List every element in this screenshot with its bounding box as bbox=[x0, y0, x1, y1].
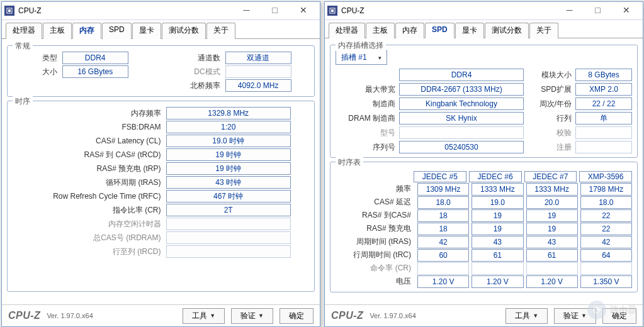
timing-cell: 1798 MHz bbox=[580, 183, 632, 196]
watermark-icon: ⟳ bbox=[587, 301, 606, 319]
timing-label: 内存频率 bbox=[13, 108, 166, 119]
timing-cell: 1333 MHz bbox=[472, 183, 523, 196]
tab-5[interactable]: 测试分数 bbox=[162, 23, 206, 39]
footer: CPU-Z Ver. 1.97.0.x64 工具▼ 验证▼ 确定 bbox=[2, 304, 320, 326]
timing-cell: 19 bbox=[472, 223, 523, 235]
timing-cell: 22 bbox=[580, 223, 632, 235]
info-value bbox=[575, 126, 632, 139]
value-dc-mode bbox=[225, 65, 291, 78]
timing-cell: 64 bbox=[580, 249, 632, 262]
info-value: 22 / 22 bbox=[575, 97, 632, 110]
timing-col-header: XMP-3596 bbox=[579, 171, 632, 182]
timing-cell: 1309 MHz bbox=[417, 183, 469, 196]
timing-cell: 60 bbox=[417, 249, 469, 262]
timing-col-header: JEDEC #6 bbox=[469, 171, 522, 182]
tools-button[interactable]: 工具▼ bbox=[506, 308, 548, 324]
chevron-down-icon: ▼ bbox=[581, 313, 587, 319]
tab-0[interactable]: 处理器 bbox=[6, 23, 42, 39]
timing-value: 19 时钟 bbox=[166, 162, 291, 175]
info-label: SPD扩展 bbox=[528, 84, 572, 95]
timing-cell: 1333 MHz bbox=[526, 183, 578, 196]
tab-2[interactable]: 内存 bbox=[72, 23, 101, 39]
info-label: 周次/年份 bbox=[528, 99, 572, 109]
timing-cell: 1.20 V bbox=[417, 275, 469, 288]
tab-0[interactable]: 处理器 bbox=[329, 23, 365, 38]
tab-strip: 处理器主板内存SPD显卡测试分数关于 bbox=[325, 20, 643, 38]
timing-label-disabled: 总CAS号 (tRDRAM) bbox=[13, 233, 166, 243]
group-timings: 时序 内存频率1329.8 MHzFSB:DRAM1:20CAS# Latenc… bbox=[7, 101, 315, 292]
timing-value: 467 时钟 bbox=[166, 190, 291, 202]
info-label: 行列 bbox=[528, 113, 572, 124]
timing-label-disabled: 行至列 (tRCD) bbox=[13, 247, 166, 257]
app-icon bbox=[327, 6, 337, 16]
app-icon bbox=[4, 6, 14, 16]
tab-4[interactable]: 显卡 bbox=[455, 23, 484, 38]
info-value: XMP 2.0 bbox=[575, 83, 632, 96]
minimize-button[interactable]: ─ bbox=[232, 1, 261, 19]
maximize-button[interactable]: □ bbox=[584, 1, 612, 19]
timing-cell: 1.350 V bbox=[580, 275, 632, 288]
timing-cell: 18 bbox=[417, 209, 469, 222]
timing-label: RAS# 到 CAS# (tRCD) bbox=[13, 150, 166, 160]
tab-strip: 处理器主板内存SPD显卡测试分数关于 bbox=[2, 20, 320, 39]
timing-label: FSB:DRAM bbox=[13, 123, 166, 131]
chevron-down-icon: ▼ bbox=[258, 313, 264, 319]
titlebar[interactable]: CPU-Z ─ □ ✕ bbox=[325, 2, 643, 20]
timing-value-empty bbox=[166, 218, 291, 230]
timing-cell: 18.0 bbox=[580, 196, 632, 209]
close-button[interactable]: ✕ bbox=[612, 1, 640, 19]
tab-5[interactable]: 测试分数 bbox=[485, 23, 529, 38]
label-nb-freq: 北桥频率 bbox=[161, 80, 225, 91]
slot-selector[interactable]: 插槽 #1▾ bbox=[336, 50, 387, 65]
tab-1[interactable]: 主板 bbox=[366, 23, 395, 38]
validate-button[interactable]: 验证▼ bbox=[231, 308, 273, 324]
timing-cell: 19.0 bbox=[472, 196, 523, 209]
timing-cell: 1.20 V bbox=[526, 275, 578, 288]
ok-button[interactable]: 确定 bbox=[280, 308, 314, 324]
info-value: 单 bbox=[575, 112, 632, 125]
timing-value: 2T bbox=[166, 204, 291, 216]
timing-cell bbox=[417, 262, 469, 275]
close-button[interactable]: ✕ bbox=[289, 1, 317, 19]
timing-cell: 18 bbox=[417, 223, 469, 235]
info-value bbox=[575, 141, 632, 153]
info-value: Kingbank Technology bbox=[399, 97, 524, 110]
tab-6[interactable]: 关于 bbox=[529, 23, 558, 38]
window-title: CPU-Z bbox=[18, 6, 232, 15]
maximize-button[interactable]: □ bbox=[261, 1, 289, 19]
timing-row-label: RAS# 到CAS# bbox=[336, 210, 415, 221]
info-value: SK Hynix bbox=[399, 112, 524, 125]
timing-row-label: 电压 bbox=[336, 276, 415, 287]
timing-cell: 61 bbox=[526, 249, 578, 262]
info-label: 序列号 bbox=[336, 142, 395, 153]
timing-cell: 19 bbox=[526, 209, 578, 222]
tab-4[interactable]: 显卡 bbox=[132, 23, 161, 39]
tools-button[interactable]: 工具▼ bbox=[183, 308, 225, 324]
timing-value: 19 时钟 bbox=[166, 148, 291, 161]
tab-3[interactable]: SPD bbox=[102, 23, 132, 39]
info-value: DDR4-2667 (1333 MHz) bbox=[399, 83, 524, 96]
timing-cell: 1.20 V bbox=[472, 275, 523, 288]
value-nb-freq: 4092.0 MHz bbox=[225, 79, 291, 92]
version-text: Ver. 1.97.0.x64 bbox=[370, 312, 499, 319]
timing-row-label: CAS# 延迟 bbox=[336, 197, 415, 208]
window-title: CPU-Z bbox=[341, 6, 555, 15]
timing-row-label: 周期时间 (tRAS) bbox=[336, 236, 415, 247]
tab-2[interactable]: 内存 bbox=[395, 23, 424, 38]
info-label: 最大带宽 bbox=[336, 84, 395, 95]
info-value: 8 GBytes bbox=[575, 69, 632, 81]
version-text: Ver. 1.97.0.x64 bbox=[47, 312, 176, 319]
tab-3[interactable]: SPD bbox=[425, 23, 455, 38]
minimize-button[interactable]: ─ bbox=[555, 1, 584, 19]
timing-row-label: RAS# 预充电 bbox=[336, 223, 415, 234]
titlebar[interactable]: CPU-Z ─ □ ✕ bbox=[2, 2, 320, 20]
tab-1[interactable]: 主板 bbox=[43, 23, 72, 39]
info-value bbox=[399, 126, 524, 139]
timing-cell: 43 bbox=[472, 236, 523, 248]
info-value: 05240530 bbox=[399, 141, 524, 153]
info-label: DRAM 制造商 bbox=[336, 113, 395, 124]
timing-cell: 42 bbox=[580, 236, 632, 248]
timing-row-label: 命令率 (CR) bbox=[336, 263, 415, 274]
tab-6[interactable]: 关于 bbox=[206, 23, 235, 39]
group-timing-table: 时序表 JEDEC #5JEDEC #6JEDEC #7XMP-3596 频率1… bbox=[330, 162, 638, 292]
